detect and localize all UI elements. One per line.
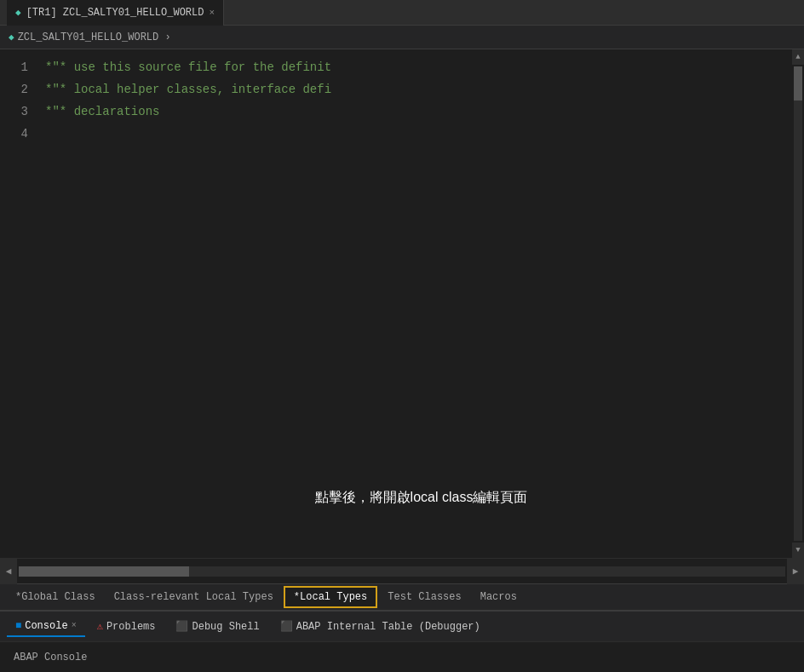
tab-close-button[interactable]: × <box>209 8 215 18</box>
abap-table-tab-label: ABAP Internal Table (Debugger) <box>296 621 480 633</box>
class-icon: ◆ <box>15 7 21 18</box>
debug-shell-tab-label: Debug Shell <box>192 621 259 633</box>
line-number-4: 4 <box>0 123 28 145</box>
code-line-3: *"* declarations <box>45 101 804 123</box>
console-area: ABAP Console <box>0 641 804 672</box>
breadcrumb-bar: ◆ ZCL_SALTY01_HELLO_WORLD › <box>0 26 804 49</box>
scroll-right-button[interactable]: ▶ <box>787 559 804 584</box>
code-line-1: *"* use this source file for the definit <box>45 56 804 78</box>
tab-global-class[interactable]: *Global Class <box>7 588 104 606</box>
tab-test-classes[interactable]: Test Classes <box>379 588 469 606</box>
panel-tab-debug-shell[interactable]: ⬛ Debug Shell <box>167 617 267 636</box>
tab-title-label: [TR1] ZCL_SALTY01_HELLO_WORLD <box>26 7 204 19</box>
console-icon: ■ <box>15 620 21 632</box>
console-tab-label: Console <box>25 620 67 632</box>
panel-tab-console[interactable]: ■ Console × <box>7 617 85 637</box>
tab-local-types[interactable]: *Local Types <box>284 586 377 608</box>
problems-icon: ⚠ <box>97 620 103 633</box>
breadcrumb-path: ZCL_SALTY01_HELLO_WORLD › <box>18 32 171 43</box>
vscroll-down-button[interactable]: ▼ <box>792 543 804 558</box>
horizontal-scrollbar[interactable]: ◀ ▶ <box>0 558 804 583</box>
title-bar: ◆ [TR1] ZCL_SALTY01_HELLO_WORLD × <box>0 0 804 26</box>
panel-tab-abap-table[interactable]: ⬛ ABAP Internal Table (Debugger) <box>272 617 489 636</box>
console-output-label: ABAP Console <box>14 652 87 663</box>
code-line-4 <box>45 123 804 145</box>
vscroll-up-button[interactable]: ▲ <box>792 49 804 65</box>
scroll-track[interactable] <box>19 566 785 577</box>
editor-area: 1 2 3 4 *"* use this source file for the… <box>0 49 804 558</box>
scroll-left-button[interactable]: ◀ <box>0 559 17 584</box>
line-number-2: 2 <box>0 78 28 101</box>
annotation-text: 點擊後，將開啟local class編輯頁面 <box>315 489 528 507</box>
scroll-thumb[interactable] <box>19 566 189 577</box>
editor-tab-title[interactable]: ◆ [TR1] ZCL_SALTY01_HELLO_WORLD × <box>7 0 224 26</box>
bottom-panel-tabs: ■ Console × ⚠ Problems ⬛ Debug Shell ⬛ A… <box>0 611 804 641</box>
breadcrumb-icon: ◆ <box>9 32 14 43</box>
editor-section-tabs: *Global Class Class-relevant Local Types… <box>0 583 804 611</box>
line-number-3: 3 <box>0 101 28 123</box>
tab-macros[interactable]: Macros <box>472 588 525 606</box>
tab-class-relevant-local-types[interactable]: Class-relevant Local Types <box>106 588 282 606</box>
console-tab-close[interactable]: × <box>72 621 77 630</box>
code-content[interactable]: *"* use this source file for the definit… <box>38 49 804 145</box>
line-numbers: 1 2 3 4 <box>0 49 38 558</box>
vertical-scrollbar[interactable]: ▲ ▼ <box>792 49 804 558</box>
vscroll-track[interactable] <box>794 66 802 541</box>
editor-wrapper[interactable]: *"* use this source file for the definit… <box>38 49 804 558</box>
panel-tab-problems[interactable]: ⚠ Problems <box>89 617 164 636</box>
code-line-2: *"* local helper classes, interface defi <box>45 78 804 101</box>
vscroll-thumb[interactable] <box>794 66 802 101</box>
debug-shell-icon: ⬛ <box>175 620 188 633</box>
abap-table-icon: ⬛ <box>280 620 293 633</box>
problems-tab-label: Problems <box>106 621 156 633</box>
line-number-1: 1 <box>0 56 28 78</box>
